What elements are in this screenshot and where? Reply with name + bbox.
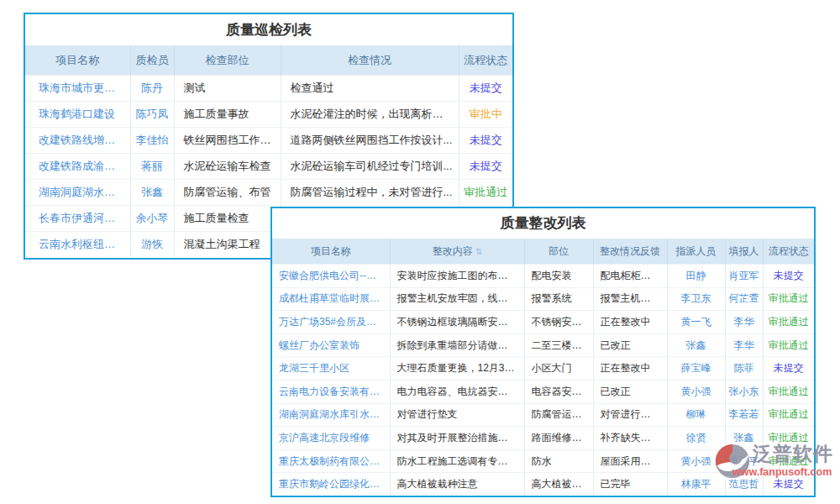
flow-status-badge: 审批通过 (763, 403, 814, 427)
reporter-name[interactable]: 何芷萱 (725, 287, 763, 311)
watermark-url: www.fanpusoft.com (732, 466, 833, 479)
assignee-name[interactable]: 柳琳 (667, 403, 725, 427)
feedback-cell: 已完毕 (593, 473, 667, 496)
fanpu-watermark: 泛普软件 www.fanpusoft.com (714, 438, 840, 492)
table-row: 安徽合肥供电公司--配电设备...安装时应按施工图的布置，将...配电安装配电柜… (272, 265, 814, 288)
table-row: 珠海鹤港口建设陈巧凤施工质量事故水泥砼灌注的时候，出现离析现象审批中 (25, 102, 512, 128)
project-name-link[interactable]: 万达广场35#会所及咖啡厅空... (272, 311, 390, 334)
reporter-name[interactable]: 李若若 (725, 403, 763, 427)
assignee-name[interactable]: 黄一飞 (667, 311, 725, 334)
rect-content-cell: 拆除到承重墙部分请做好加固... (390, 333, 524, 357)
flow-status-badge: 审批通过 (763, 333, 814, 357)
feedback-cell: 屋面采用聚氨... (593, 449, 667, 473)
inspector-name[interactable]: 游恢 (130, 232, 174, 258)
col-header-part: 部位 (524, 239, 593, 265)
col-header-rect-content[interactable]: 整改内容 ⇅ (390, 239, 524, 265)
rectification-list-title: 质量整改列表 (272, 208, 814, 239)
rect-content-cell: 高大植被栽种注意 (390, 473, 524, 496)
col-header-project-name: 项目名称 (25, 45, 130, 76)
project-name-link[interactable]: 珠海鹤港口建设 (25, 102, 130, 128)
assignee-name[interactable]: 薛宝峰 (667, 357, 725, 381)
inspector-name[interactable]: 蒋丽 (130, 154, 174, 180)
part-cell: 防水 (524, 449, 593, 473)
flow-status-badge: 未提交 (459, 128, 512, 154)
project-name-link[interactable]: 重庆市鹅岭公园绿化景观提升... (272, 473, 390, 496)
reporter-name[interactable]: 李华 (725, 333, 763, 357)
rectification-header-row: 项目名称 整改内容 ⇅ 部位 整改情况反馈 指派人员 填报人 流程状态 (272, 239, 814, 265)
project-name-link[interactable]: 云南电力设备安装有限公司20... (272, 380, 390, 403)
reporter-name[interactable]: 肖亚军 (725, 265, 763, 288)
check-situation-cell: 检查通过 (281, 76, 459, 102)
flow-status-badge: 审批通过 (459, 180, 512, 206)
reporter-name[interactable]: 李华 (725, 311, 763, 334)
feedback-cell: 已改正 (593, 333, 667, 357)
feedback-cell: 正在整改中 (593, 357, 667, 381)
col-header-flow-status: 流程状态 (763, 239, 814, 265)
feedback-cell: 对管进行垫支 (593, 403, 667, 427)
part-cell: 配电安装 (524, 265, 593, 288)
project-name-link[interactable]: 长春市伊通河水力发电... (25, 206, 130, 232)
table-row: 湖南洞庭湖水库引水工...张鑫防腐管运输、布管防腐管运输过程中，未对管进行...… (25, 180, 512, 206)
check-situation-cell: 防腐管运输过程中，未对管进行... (281, 180, 459, 206)
reporter-name[interactable]: 张小东 (725, 380, 763, 403)
inspector-name[interactable]: 余小琴 (130, 206, 174, 232)
project-name-link[interactable]: 湖南洞庭湖水库引水工... (25, 180, 130, 206)
project-name-link[interactable]: 改建铁路线增建第二线... (25, 128, 130, 154)
rect-content-cell: 对其及时开展整治措施，桥头... (390, 427, 524, 450)
project-name-link[interactable]: 京沪高速北京段维修 (272, 427, 390, 450)
check-part-cell: 铁丝网围挡工作检查 (174, 128, 281, 154)
project-name-link[interactable]: 成都杜甫草堂临时展厅独立展... (272, 287, 390, 311)
flow-status-badge: 审批通过 (763, 287, 814, 311)
inspection-list-title: 质量巡检列表 (25, 14, 512, 45)
rect-content-cell: 对管进行垫支 (390, 403, 524, 427)
flow-status-badge: 审批通过 (763, 380, 814, 403)
rect-content-cell: 电力电容器、电抗器安装方案,... (390, 380, 524, 403)
inspector-name[interactable]: 陈丹 (130, 76, 174, 102)
inspection-header-row: 项目名称 质检员 检查部位 检查情况 流程状态 (25, 45, 512, 76)
assignee-name[interactable]: 李卫东 (667, 287, 725, 311)
check-situation-cell: 水泥砼灌注的时候，出现离析现象 (281, 102, 459, 128)
inspector-name[interactable]: 张鑫 (130, 180, 174, 206)
sort-icon[interactable]: ⇅ (475, 247, 481, 256)
table-row: 龙湖三千里小区大理石质量更换，12月31日之...小区大门正在整改中薛宝峰陈菲未… (272, 357, 814, 381)
col-header-rect-content-label: 整改内容 (433, 245, 473, 257)
col-header-reporter: 填报人 (725, 239, 763, 265)
col-header-assignee: 指派人员 (667, 239, 725, 265)
assignee-name[interactable]: 黄小强 (667, 380, 725, 403)
check-situation-cell: 水泥砼运输车司机经过专门培训... (281, 154, 459, 180)
feedback-cell: 已改正 (593, 380, 667, 403)
project-name-link[interactable]: 珠海市城市更新项目紫... (25, 76, 130, 102)
project-name-link[interactable]: 重庆太极制药有限公司亳州中... (272, 449, 390, 473)
project-name-link[interactable]: 安徽合肥供电公司--配电设备... (272, 265, 390, 288)
reporter-name[interactable]: 陈菲 (725, 357, 763, 381)
part-cell: 防腐管运输... (524, 403, 593, 427)
project-name-link[interactable]: 湖南洞庭湖水库引水工程施工标 (272, 403, 390, 427)
flow-status-badge: 未提交 (459, 76, 512, 102)
check-part-cell: 混凝土沟渠工程 (174, 232, 281, 258)
project-name-link[interactable]: 云南水利枢纽潜明水库... (25, 232, 130, 258)
part-cell: 路面维修检... (524, 427, 593, 450)
table-row: 成都杜甫草堂临时展厅独立展...报警主机安放牢固，线缆连接...报警系统报警主机… (272, 287, 814, 311)
project-name-link[interactable]: 改建铁路成渝线增建第... (25, 154, 130, 180)
rect-content-cell: 防水工程施工选调有专业资质... (390, 449, 524, 473)
table-row: 万达广场35#会所及咖啡厅空...不锈钢边框玻璃隔断安装不牢...不锈钢安装..… (272, 311, 814, 334)
check-situation-cell: 道路两侧铁丝网围挡工作按设计... (281, 128, 459, 154)
col-header-inspector: 质检员 (130, 45, 174, 76)
table-row: 螺丝厂办公室装饰拆除到承重墙部分请做好加固...二至三楼混...已改正张鑫李华审… (272, 333, 814, 357)
flow-status-badge: 未提交 (763, 265, 814, 288)
assignee-name[interactable]: 张鑫 (667, 333, 725, 357)
check-part-cell: 施工质量事故 (174, 102, 281, 128)
inspector-name[interactable]: 陈巧凤 (130, 102, 174, 128)
table-row: 珠海市城市更新项目紫...陈丹测试检查通过未提交 (25, 76, 512, 102)
flow-status-badge: 审批通过 (763, 311, 814, 334)
rect-content-cell: 不锈钢边框玻璃隔断安装不牢... (390, 311, 524, 334)
part-cell: 报警系统 (524, 287, 593, 311)
assignee-name[interactable]: 田静 (667, 265, 725, 288)
inspector-name[interactable]: 李佳怡 (130, 128, 174, 154)
project-name-link[interactable]: 螺丝厂办公室装饰 (272, 333, 390, 357)
project-name-link[interactable]: 龙湖三千里小区 (272, 357, 390, 381)
rect-content-cell: 安装时应按施工图的布置，将... (390, 265, 524, 288)
rect-content-cell: 报警主机安放牢固，线缆连接... (390, 287, 524, 311)
col-header-check-situation: 检查情况 (281, 45, 459, 76)
col-header-feedback: 整改情况反馈 (593, 239, 667, 265)
